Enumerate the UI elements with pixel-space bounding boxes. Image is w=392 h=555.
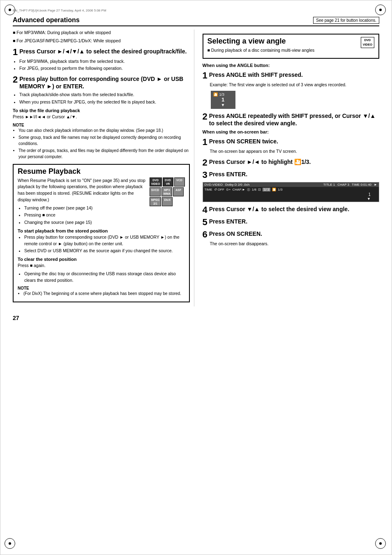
bar-play-icon: ►	[374, 183, 377, 187]
bar-b-cd: ㊟	[247, 187, 250, 192]
dvd-video-badge: DVD VIDEO	[361, 37, 374, 48]
stored-bullet-1: Press play button for corresponding sour…	[24, 234, 185, 247]
resume-title: Resume Playback	[18, 167, 185, 176]
os-step1-header: 1 Press ON SCREEN twice.	[203, 138, 380, 147]
badge-mpeg: MPEG2/1	[150, 197, 161, 206]
bar-b-13: 1/ 3	[263, 188, 270, 191]
bar-dvd-label: DVD-VIDEO	[205, 183, 223, 187]
bar-angle-indicator: 1 ▼	[203, 192, 379, 202]
os-step2-header: 2 Press Cursor ►/◄ to highlight 🎦1/3.	[203, 158, 380, 167]
resume-bullet-3: Changing the source (see page 15)	[24, 219, 185, 226]
angle-arrow-down: ▼	[213, 103, 233, 107]
note-list-1: You can also check playback information …	[18, 127, 190, 160]
badge-divx: DivX	[162, 197, 173, 206]
bar-b-cam: 🎦	[272, 188, 276, 191]
intro-line-1: ■ For MP3/WMA: During playback or while …	[13, 30, 190, 36]
os-step5-text: Press ENTER.	[209, 218, 247, 225]
corner-mark-br	[375, 538, 387, 550]
note-label-2: NOTE	[18, 286, 185, 290]
view-angle-section-box: DVD VIDEO Selecting a view angle ■ Durin…	[203, 34, 380, 59]
bar-b-time: TIME	[205, 188, 212, 191]
step1-bullet-1: For MP3/WMA, playback starts from the se…	[19, 58, 190, 65]
os-step5-header: 5 Press ENTER.	[203, 218, 380, 227]
bar-b-repeat: ↺ OFF	[214, 188, 224, 191]
onscreen-bar: DVD-VIDEO Dolby D 2/0 .0ch TITLE 1 CHAP …	[203, 182, 380, 202]
two-col-layout: ■ For MP3/WMA: During playback or while …	[13, 30, 379, 306]
resume-section-box: Resume Playback DVDVIDEO DVDVR VCD SVCD …	[13, 164, 190, 303]
page: EN_THP7-P3[U]4.book Page 27 Tuesday, Apr…	[0, 0, 392, 555]
badge-row-1: DVDVIDEO DVDVR VCD	[150, 177, 185, 187]
bar-title: TITLE 1	[323, 183, 335, 187]
r-step2-number: 2	[203, 112, 208, 121]
badge-row-3: MPEG2/1 DivX	[150, 197, 185, 206]
bar-chap: CHAP 3	[337, 183, 349, 187]
os-step3-header: 3 Press ENTER.	[203, 170, 380, 180]
step1-bullets: For MP3/WMA, playback starts from the se…	[19, 58, 190, 72]
note-1-item-3: The order of groups, tracks, and files m…	[18, 147, 190, 160]
r-step1-text: Press ANGLE with SHIFT pressed.	[209, 71, 303, 78]
os-step4-text: Press Cursor ▼/▲ to select the desired v…	[209, 205, 349, 213]
note-2-item-1: (For DivX) The beginning of a scene wher…	[23, 290, 185, 297]
page-number: 27	[13, 315, 379, 321]
angle-number: 1	[213, 97, 233, 103]
resume-bullet-2: Pressing ■ once	[24, 212, 185, 219]
bar-angle-num: 1	[368, 192, 371, 197]
stored-position-header: To start playback from the stored positi…	[18, 228, 185, 233]
clear-position-header: To clear the stored position	[18, 257, 185, 262]
bar-time: TIME 0:01:40	[352, 183, 371, 187]
note-list-2: (For DivX) The beginning of a scene wher…	[23, 290, 185, 297]
dvd-badge-line2: VIDEO	[363, 43, 372, 46]
bar-b-chap2: CHAP.►	[233, 188, 245, 191]
r-step1-note: Example: The first view angle is selecte…	[210, 82, 380, 88]
note-label-1: NOTE	[13, 123, 190, 127]
onscreen-bar-top: DVD-VIDEO Dolby D 2/0 .0ch TITLE 1 CHAP …	[203, 182, 379, 187]
stored-bullet-2: Select DVD or USB MEMORY as the source a…	[24, 248, 185, 254]
step2-bullet-1: Track playback/slide-show starts from th…	[19, 92, 190, 98]
corner-mark-tr	[375, 5, 387, 17]
skip-header: To skip the file during playback	[13, 108, 190, 113]
file-path: EN_THP7-P3[U]4.book Page 27 Tuesday, Apr…	[13, 9, 379, 12]
note-1-item-2: Some group, track and file names may not…	[18, 134, 190, 147]
r-step1-header: 1 Press ANGLE with SHIFT pressed.	[203, 71, 380, 80]
r-step2-header: 2 Press ANGLE repeatedly with SHIFT pres…	[203, 112, 380, 127]
step1-text: Press Cursor ►/◄/▼/▲ to select the desir…	[19, 48, 187, 55]
bar-angle-arrow: ▼	[367, 197, 371, 201]
badge-asf: ASF	[173, 187, 184, 196]
step1-bullet-2: For JPEG, proceed to perform the followi…	[19, 65, 190, 72]
step1-header: 1 Press Cursor ►/◄/▼/▲ to select the des…	[13, 48, 190, 57]
os-step5-number: 5	[203, 218, 208, 227]
intro-line-2: ■ For JPEG/ASF/MPEG-2/MPEG-1/DivX: While…	[13, 38, 190, 44]
bar-b-angle-icon: ⊙+	[226, 188, 231, 191]
step2-header: 2 Press play button for corresponding so…	[13, 75, 190, 90]
resume-bullets: Turning off the power (see page 14) Pres…	[24, 205, 185, 226]
skip-text: Press ►►I/I◄◄ or Cursor ▲/▼.	[13, 114, 190, 120]
os-step6-text: Press ON SCREEN.	[209, 230, 262, 237]
right-column: DVD VIDEO Selecting a view angle ■ Durin…	[203, 30, 380, 306]
os-step6-note: The on-screen bar disappears.	[210, 241, 380, 247]
corner-mark-bl	[5, 538, 17, 550]
note-section-1: NOTE You can also check playback informa…	[13, 123, 190, 160]
badge-vcd: VCD	[174, 177, 185, 187]
section-title: Advanced operations	[13, 16, 80, 24]
angle-label: 🎦 1/3	[213, 92, 233, 97]
os-step1-note: The on-screen bar appears on the TV scre…	[210, 148, 380, 155]
os-step4-header: 4 Press Cursor ▼/▲ to select the desired…	[203, 205, 380, 214]
os-step1-number: 1	[203, 138, 208, 147]
step1-number: 1	[13, 48, 18, 57]
onscreen-header: When using the on-screen bar:	[203, 129, 380, 134]
os-step6-header: 6 Press ON SCREEN.	[203, 230, 380, 239]
onscreen-bar-bottom: TIME ↺ OFF ⊙+ CHAP.► ㊟ 1/8 ⊡ 1/ 3 🎦 1/3	[203, 187, 379, 192]
os-step2-text: Press Cursor ►/◄ to highlight 🎦1/3.	[209, 158, 311, 166]
page-header: Advanced operations See page 21 for butt…	[13, 16, 379, 26]
left-column: ■ For MP3/WMA: During playback or while …	[13, 30, 194, 306]
right-intro: ■ During playback of a disc containing m…	[208, 47, 375, 54]
right-section-title: Selecting a view angle	[208, 37, 375, 46]
note-1-item-1: You can also check playback information …	[18, 127, 190, 134]
camera-icon: 🎦	[213, 92, 218, 97]
os-step3-number: 3	[203, 170, 208, 180]
badge-dvd-video: DVDVIDEO	[150, 177, 162, 187]
note-section-2: NOTE (For DivX) The beginning of a scene…	[18, 286, 185, 297]
dvd-badge-line1: DVD	[364, 38, 371, 42]
badge-dvd-vr: DVDVR	[163, 177, 173, 187]
os-step3-text: Press ENTER.	[209, 170, 247, 178]
